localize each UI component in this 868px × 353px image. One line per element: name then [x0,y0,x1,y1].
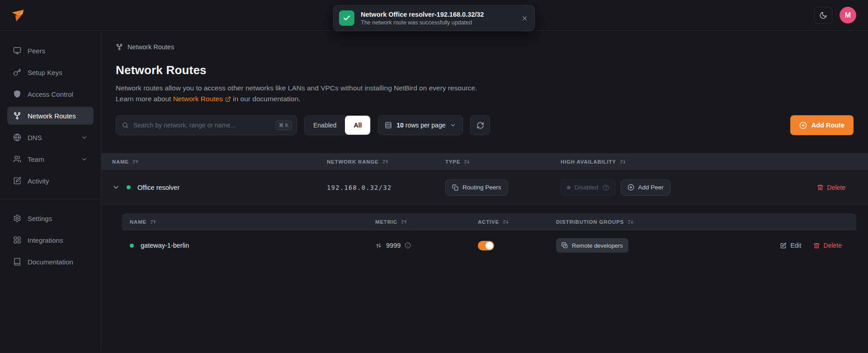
sort-asc-icon [382,159,389,165]
network-routes-doc-link[interactable]: Network Routes [173,94,231,104]
sort-desc-icon [620,159,626,165]
ha-disabled-badge: Disabled [561,179,615,196]
rows-per-page-select[interactable]: 10 rows per page [378,115,463,135]
learn-more-prefix: Learn more about [116,95,171,103]
sidebar-item-activity[interactable]: Activity [7,172,94,190]
peer-status-dot [130,244,134,248]
group-folder-icon [561,242,568,249]
peer-row: gateway-1-berlin 9999 Remote developers [122,231,856,260]
toggle-knob [486,242,493,249]
user-avatar[interactable]: M [840,7,856,24]
filter-enabled-button[interactable]: Enabled [305,116,345,135]
arrows-up-down-icon [375,242,382,249]
column-header-high-availability[interactable]: HIGH AVAILABILITY [561,159,845,165]
chevron-down-icon [450,122,456,128]
sidebar-item-team[interactable]: Team [7,150,94,168]
sort-asc-icon [132,159,139,165]
trash-icon [813,242,820,249]
route-peers-panel: NAME METRIC ACTIVE DISTRIBUTION GROUPS [122,213,856,260]
sidebar-label: Settings [28,215,52,222]
sort-desc-icon [627,219,634,225]
add-peer-button[interactable]: Add Peer [621,179,670,196]
page-description: Network routes allow you to access other… [116,83,854,104]
add-route-button[interactable]: Add Route [790,115,854,135]
column-header-metric[interactable]: METRIC [375,219,478,225]
edit-peer-button[interactable]: Edit [780,242,801,249]
routes-table-header: NAME NETWORK RANGE TYPE HIGH AVAILABILIT… [101,153,868,170]
plus-circle-icon [627,184,634,191]
sidebar-item-settings[interactable]: Settings [7,209,94,227]
search-icon [122,122,129,129]
peer-name: gateway-1-berlin [141,242,189,249]
sort-asc-icon [150,219,156,225]
route-type-cell: Routing Peers [445,179,561,196]
column-header-active[interactable]: ACTIVE [478,219,556,225]
help-circle-icon [603,184,609,191]
sidebar-item-access-control[interactable]: Access Control [7,85,94,103]
activity-note-icon [13,177,21,185]
routes-icon [13,112,21,120]
toast-message: The network route was successfully updat… [361,19,484,26]
sidebar-label: Network Routes [28,112,76,120]
routing-peers-button[interactable]: Routing Peers [445,179,508,196]
delete-route-button[interactable]: Delete [817,184,845,191]
peer-metric-cell: 9999 [375,242,478,249]
sidebar-item-network-routes[interactable]: Network Routes [7,107,94,125]
trash-icon [817,184,824,191]
moon-icon [819,11,827,19]
page-title: Network Routes [116,63,868,77]
sort-asc-icon [401,219,407,225]
sidebar: Peers Setup Keys Access Control Network … [0,31,101,353]
book-icon [13,258,21,266]
netbird-logo[interactable] [11,9,25,22]
sidebar-label: Access Control [28,90,73,98]
filter-segment: Enabled All [304,115,371,135]
breadcrumb-label: Network Routes [127,43,174,51]
routes-toolbar: ⌘ K Enabled All 10 rows per page Add Rou… [116,115,854,135]
bird-logo-icon [11,9,25,22]
main-content: Network Routes Network Routes Network ro… [101,31,868,353]
toast-close-button[interactable] [521,15,528,22]
filter-all-button[interactable]: All [345,116,370,135]
column-header-network-range[interactable]: NETWORK RANGE [327,159,445,165]
route-name-cell: Office resolver [112,184,327,191]
sidebar-item-peers[interactable]: Peers [7,42,94,60]
description-line: Network routes allow you to access other… [116,83,854,94]
high-availability-cell: Disabled Add Peer [561,179,817,196]
peer-name-cell: gateway-1-berlin [130,242,375,249]
dark-mode-toggle-button[interactable] [814,7,832,24]
peer-groups-cell: Remote developers [556,238,780,253]
sidebar-item-integrations[interactable]: Integrations [7,231,94,249]
peer-active-toggle[interactable] [478,241,494,250]
search-input[interactable] [133,122,271,129]
breadcrumb[interactable]: Network Routes [116,43,868,51]
info-icon [405,242,411,249]
ha-status-dot [567,186,571,189]
column-header-peer-name[interactable]: NAME [130,219,375,225]
sidebar-item-dns[interactable]: DNS [7,128,94,146]
rows-icon [385,122,392,129]
sidebar-label: Activity [28,177,49,185]
route-name: Office resolver [137,184,179,191]
sidebar-label: Setup Keys [28,69,62,76]
keyboard-shortcut-badge: ⌘ K [275,121,292,130]
sidebar-label: Team [28,155,44,163]
sort-desc-icon [503,219,509,225]
column-header-name[interactable]: NAME [112,159,327,165]
refresh-button[interactable] [470,115,490,135]
key-icon [13,68,21,76]
column-header-distribution-groups[interactable]: DISTRIBUTION GROUPS [556,219,842,225]
route-row: Office resolver 192.168.0.32/32 Routing … [101,170,868,205]
toast-text: Network Office resolver-192.168.0.32/32 … [361,11,484,26]
distribution-group-chip[interactable]: Remote developers [556,238,628,253]
column-header-type[interactable]: TYPE [445,159,561,165]
peer-actions-cell: Edit Delete [780,242,842,249]
sidebar-item-documentation[interactable]: Documentation [7,253,94,271]
sort-desc-icon [464,159,470,165]
sidebar-divider [0,199,101,199]
sidebar-item-setup-keys[interactable]: Setup Keys [7,63,94,81]
route-status-dot [127,185,131,189]
collapse-row-button[interactable] [112,184,120,191]
close-icon [521,15,528,22]
delete-peer-button[interactable]: Delete [813,242,842,249]
